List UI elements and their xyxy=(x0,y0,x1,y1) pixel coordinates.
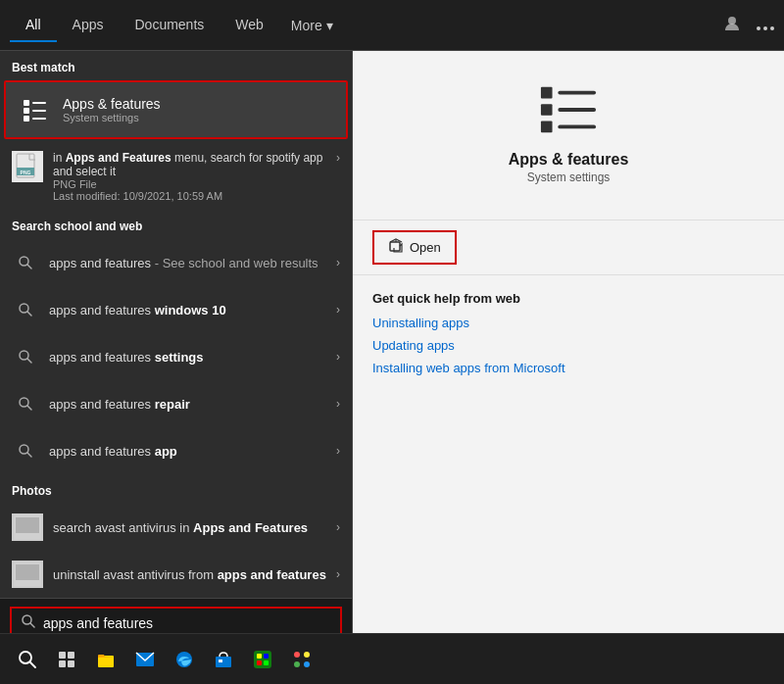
taskbar-taskview-icon[interactable] xyxy=(47,640,86,679)
search-result-4[interactable]: apps and features repair › xyxy=(0,380,352,427)
right-panel: Apps & features System settings Open xyxy=(353,51,784,633)
taskbar-edge-icon[interactable] xyxy=(165,640,204,679)
svg-line-18 xyxy=(27,359,31,363)
file-text: in Apps and Features menu, search for sp… xyxy=(53,151,336,202)
png-file-icon: PNG xyxy=(12,151,43,182)
svg-rect-26 xyxy=(16,564,39,580)
search-result-icon-4 xyxy=(12,390,39,417)
tab-apps[interactable]: Apps xyxy=(57,9,120,42)
svg-point-0 xyxy=(728,17,736,24)
search-result-icon-5 xyxy=(12,437,39,464)
svg-line-22 xyxy=(27,453,31,457)
more-chevron-icon: ▾ xyxy=(326,18,333,33)
svg-point-2 xyxy=(763,26,767,30)
search-result-text-5: apps and features app xyxy=(49,444,336,459)
svg-rect-41 xyxy=(68,660,74,667)
svg-text:PNG: PNG xyxy=(21,170,31,175)
search-result-3[interactable]: apps and features settings › xyxy=(0,333,352,380)
svg-rect-45 xyxy=(216,657,231,667)
photos-chevron-2: › xyxy=(336,567,340,581)
app-icon-large xyxy=(534,80,603,139)
apps-features-icon xyxy=(18,92,53,127)
svg-point-55 xyxy=(304,661,310,667)
search-input[interactable] xyxy=(43,615,330,631)
taskbar xyxy=(0,633,784,684)
photos-result-1[interactable]: search avast antivirus in Apps and Featu… xyxy=(0,504,352,551)
search-result-1[interactable]: apps and features - See school and web r… xyxy=(0,239,352,286)
quick-help-link-3[interactable]: Installing web apps from Microsoft xyxy=(372,361,764,375)
svg-line-20 xyxy=(27,406,31,410)
main-content: Best match Apps & features System settin… xyxy=(0,51,784,633)
search-icon xyxy=(22,614,35,631)
best-match-subtitle: System settings xyxy=(63,112,161,123)
svg-rect-4 xyxy=(24,100,29,106)
svg-line-28 xyxy=(30,623,34,627)
search-result-text-2: apps and features windows 10 xyxy=(49,303,336,318)
result-chevron-5: › xyxy=(336,444,340,458)
svg-rect-7 xyxy=(32,102,46,104)
svg-point-3 xyxy=(770,26,774,30)
svg-line-14 xyxy=(27,265,31,269)
svg-point-1 xyxy=(757,26,760,30)
taskbar-photos-icon[interactable] xyxy=(282,640,321,679)
search-box-border xyxy=(10,607,342,633)
file-title: in Apps and Features menu, search for sp… xyxy=(53,151,336,178)
tab-web[interactable]: Web xyxy=(220,9,279,42)
svg-rect-35 xyxy=(390,242,400,251)
photos-icon-1 xyxy=(12,513,43,541)
result-chevron-3: › xyxy=(336,350,340,364)
quick-help-link-1[interactable]: Uninstalling apps xyxy=(372,316,764,330)
best-match-item[interactable]: Apps & features System settings xyxy=(4,80,348,139)
svg-rect-32 xyxy=(558,91,596,95)
search-result-2[interactable]: apps and features windows 10 › xyxy=(0,286,352,333)
svg-rect-48 xyxy=(257,654,262,659)
search-result-5[interactable]: apps and features app › xyxy=(0,427,352,474)
tab-all[interactable]: All xyxy=(10,9,57,42)
open-button[interactable]: Open xyxy=(372,230,457,265)
taskbar-explorer-icon[interactable] xyxy=(86,640,125,679)
nav-icons xyxy=(723,15,774,36)
svg-point-52 xyxy=(294,652,300,658)
taskbar-store-icon[interactable] xyxy=(204,640,243,679)
search-result-icon-2 xyxy=(12,296,39,323)
tab-documents[interactable]: Documents xyxy=(119,9,220,42)
user-icon[interactable] xyxy=(723,15,741,36)
svg-rect-40 xyxy=(59,660,66,667)
svg-rect-6 xyxy=(24,116,29,122)
svg-line-16 xyxy=(27,312,31,316)
photos-icon-2 xyxy=(12,561,43,588)
best-match-label: Best match xyxy=(0,51,352,80)
result-chevron-2: › xyxy=(336,303,340,317)
file-type: PNG File xyxy=(53,178,336,190)
quick-help: Get quick help from web Uninstalling app… xyxy=(353,275,784,399)
svg-rect-50 xyxy=(257,660,262,665)
quick-help-title: Get quick help from web xyxy=(372,291,764,306)
svg-rect-34 xyxy=(558,124,596,128)
quick-help-link-2[interactable]: Updating apps xyxy=(372,338,764,353)
top-nav: All Apps Documents Web More ▾ xyxy=(0,0,784,51)
search-result-icon-3 xyxy=(12,343,39,370)
more-options-icon[interactable] xyxy=(757,17,774,34)
svg-rect-8 xyxy=(32,110,46,112)
svg-rect-39 xyxy=(68,652,74,659)
file-result-item[interactable]: PNG in Apps and Features menu, search fo… xyxy=(0,143,352,210)
svg-rect-46 xyxy=(219,660,222,662)
open-icon xyxy=(388,238,404,257)
photos-result-2[interactable]: uninstall avast antivirus from apps and … xyxy=(0,551,352,598)
file-modified: Last modified: 10/9/2021, 10:59 AM xyxy=(53,190,336,202)
svg-rect-47 xyxy=(254,651,271,668)
taskbar-mail-icon[interactable] xyxy=(125,640,165,679)
search-result-text-3: apps and features settings xyxy=(49,350,336,365)
best-match-text: Apps & features System settings xyxy=(63,96,161,123)
svg-rect-31 xyxy=(541,122,553,133)
app-category: System settings xyxy=(527,171,611,184)
left-panel: Best match Apps & features System settin… xyxy=(0,51,353,633)
svg-rect-30 xyxy=(541,104,553,116)
svg-line-37 xyxy=(30,662,35,667)
search-box-container xyxy=(0,598,352,633)
tab-more[interactable]: More ▾ xyxy=(279,10,345,41)
school-web-label: Search school and web xyxy=(0,210,352,239)
taskbar-xbox-icon[interactable] xyxy=(243,640,282,679)
svg-point-36 xyxy=(20,652,31,663)
taskbar-search-icon[interactable] xyxy=(8,640,47,679)
